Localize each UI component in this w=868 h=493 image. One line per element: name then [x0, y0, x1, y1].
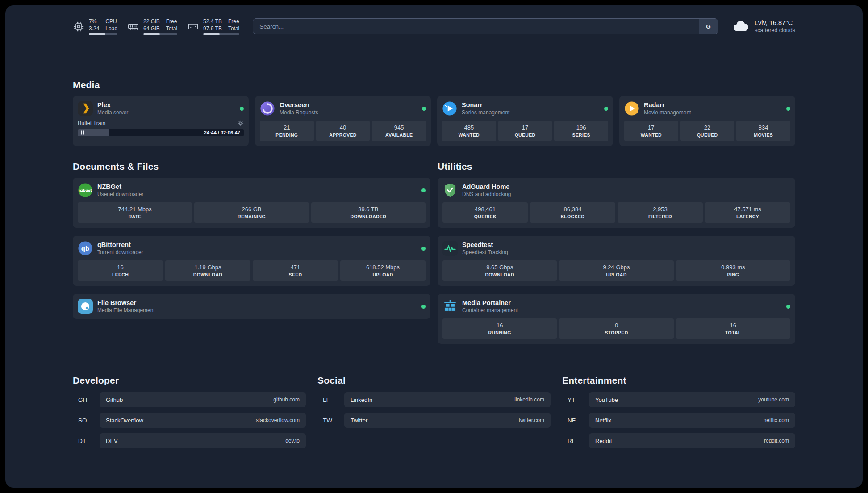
service-name: Plex — [97, 101, 128, 109]
disk-widget: 52.4 TB 97.9 TB Free Total — [187, 18, 239, 35]
stat-movies: 834 MOVIES — [736, 121, 790, 141]
status-dot-online — [786, 107, 790, 111]
cpu-label: CPU — [105, 18, 117, 25]
service-card-portainer[interactable]: Media Portainer Container management 16 … — [438, 294, 795, 344]
bookmark-twitter[interactable]: TW Twitter twitter.com — [317, 413, 551, 428]
bookmark-reddit[interactable]: RE Reddit reddit.com — [562, 433, 795, 448]
cpu-label-2: Load — [105, 25, 117, 32]
status-dot-online — [421, 246, 426, 251]
memory-label: Free — [166, 18, 177, 25]
service-card-overseerr[interactable]: Overseerr Media Requests 21 PENDING 40 A… — [255, 96, 431, 146]
service-description: Torrent downloader — [97, 249, 143, 256]
service-name: Overseerr — [280, 101, 318, 109]
bookmark-group-entertainment: Entertainment YT YouTube youtube.com NF … — [562, 375, 795, 454]
service-name: NZBGet — [97, 183, 143, 191]
stat-downloaded: 39.6 TB DOWNLOADED — [311, 202, 426, 223]
bookmark-name: DEV — [106, 438, 118, 444]
service-name: Media Portainer — [462, 299, 518, 307]
service-description: Series management — [462, 109, 509, 116]
bookmark-name: StackOverflow — [106, 417, 143, 424]
section-title-entertainment: Entertainment — [562, 375, 795, 386]
qbittorrent-icon: qb — [78, 241, 93, 256]
bookmark-linkedin[interactable]: LI LinkedIn linkedin.com — [317, 392, 551, 407]
bookmark-name: Reddit — [595, 438, 612, 444]
bookmark-netflix[interactable]: NF Netflix netflix.com — [562, 413, 795, 428]
stat-download: 1.19 Gbps DOWNLOAD — [165, 260, 250, 281]
bookmark-youtube[interactable]: YT YouTube youtube.com — [562, 392, 795, 407]
bookmark-abbr: YT — [562, 397, 589, 403]
status-dot-online — [604, 107, 608, 111]
service-card-speedtest[interactable]: Speedtest Speedtest Tracking 9.65 Gbps D… — [438, 236, 795, 286]
service-name: Radarr — [644, 101, 691, 109]
stat-series: 196 SERIES — [554, 121, 608, 141]
bookmark-name: Github — [106, 397, 123, 403]
section-title-utilities: Utilities — [438, 161, 795, 172]
cpu-icon — [73, 21, 85, 33]
plex-now-playing-widget: Bullet Train 24:44 / 02:06:47 — [78, 120, 244, 136]
service-card-sonarr[interactable]: Sonarr Series management 485 WANTED 17 Q… — [437, 96, 613, 146]
bookmark-github[interactable]: GH Github github.com — [73, 392, 306, 407]
stat-running: 16 RUNNING — [442, 318, 557, 339]
pause-icon[interactable] — [81, 131, 84, 135]
service-name: Sonarr — [462, 101, 509, 109]
bookmark-name: Netflix — [595, 417, 611, 424]
service-card-adguard[interactable]: AdGuard Home DNS and adblocking 498,461 … — [438, 178, 795, 228]
stat-queued: 22 QUEUED — [680, 121, 734, 141]
service-card-nzbget[interactable]: nzbget NZBGet Usenet downloader 744.21 M… — [73, 178, 430, 228]
stat-wanted: 485 WANTED — [442, 121, 496, 141]
service-description: Media File Management — [97, 307, 155, 314]
bookmark-url: dev.to — [285, 438, 300, 444]
gear-icon[interactable] — [238, 120, 244, 126]
memory-widget: 22 GiB 64 GiB Free Total — [127, 18, 177, 35]
topbar-divider — [73, 46, 795, 46]
cpu-widget: 7% 3.24 CPU Load — [73, 18, 117, 35]
playback-time: 24:44 / 02:06:47 — [204, 130, 240, 135]
service-description: Media server — [97, 109, 128, 116]
service-name: File Browser — [97, 299, 155, 307]
search-engine-button[interactable]: G — [699, 19, 718, 34]
bookmark-group-social: Social LI LinkedIn linkedin.com TW Twitt… — [317, 375, 551, 454]
service-description: Usenet downloader — [97, 191, 143, 198]
bookmark-stackoverflow[interactable]: SO StackOverflow stackoverflow.com — [73, 413, 306, 428]
playback-progress-bar[interactable]: 24:44 / 02:06:47 — [78, 129, 244, 136]
stat-approved: 40 APPROVED — [316, 121, 370, 141]
service-description: Container management — [462, 307, 518, 314]
status-dot-online — [421, 305, 426, 309]
service-card-radarr[interactable]: Radarr Movie management 17 WANTED 22 QUE… — [619, 96, 795, 146]
bookmark-abbr: RE — [562, 438, 589, 444]
service-card-filebrowser[interactable]: File Browser Media File Management — [73, 294, 430, 319]
stat-ping: 0.993 ms PING — [676, 260, 790, 281]
disk-label: Free — [228, 18, 239, 25]
memory-label-2: Total — [166, 25, 177, 32]
portainer-icon — [442, 299, 458, 314]
cloud-icon — [731, 17, 750, 36]
stat-queued: 17 QUEUED — [498, 121, 552, 141]
stat-pending: 21 PENDING — [260, 121, 314, 141]
status-dot-online — [240, 107, 244, 111]
section-media: Media Plex Media server Bullet Tra — [73, 79, 795, 146]
svg-text:nzbget: nzbget — [79, 188, 92, 192]
bookmark-url: linkedin.com — [514, 397, 544, 403]
service-card-qbittorrent[interactable]: qb qBittorrent Torrent downloader 16 LEE… — [73, 236, 430, 286]
dashboard: 7% 3.24 CPU Load — [5, 5, 863, 488]
bookmark-dev[interactable]: DT DEV dev.to — [73, 433, 306, 448]
service-name: Speedtest — [462, 241, 508, 249]
weather-widget: Lviv, 16.87°C scattered clouds — [731, 17, 795, 36]
radarr-icon — [624, 101, 639, 116]
stat-seed: 471 SEED — [253, 260, 338, 281]
stat-rate: 744.21 Mbps RATE — [78, 202, 192, 223]
stat-filtered: 2,953 FILTERED — [618, 202, 703, 223]
cpu-progress-bar — [89, 33, 117, 35]
weather-condition: scattered clouds — [755, 27, 795, 33]
service-card-plex[interactable]: Plex Media server Bullet Train — [73, 96, 249, 146]
stat-blocked: 86,384 BLOCKED — [530, 202, 615, 223]
stat-available: 945 AVAILABLE — [372, 121, 426, 141]
bookmark-url: youtube.com — [758, 397, 789, 403]
bookmark-abbr: TW — [317, 417, 344, 424]
service-description: Movie management — [644, 109, 691, 116]
section-documents-files: Documents & Files nzbget NZBGet Usenet d… — [73, 161, 430, 319]
stat-wanted: 17 WANTED — [624, 121, 678, 141]
bookmark-abbr: SO — [73, 417, 100, 424]
search-input[interactable] — [253, 19, 699, 34]
bookmark-abbr: LI — [317, 397, 344, 403]
